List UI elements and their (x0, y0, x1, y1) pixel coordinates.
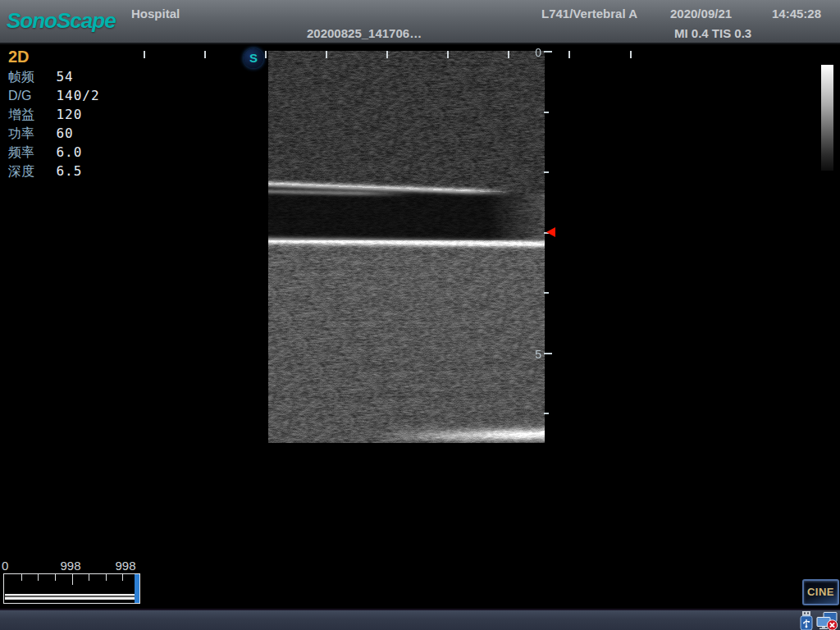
cine-current-frame: 998 (54, 559, 87, 573)
cine-tick (72, 574, 73, 585)
param-value: 54 (56, 69, 73, 84)
param-label: 深度 (8, 163, 52, 180)
param-value: 6.0 (56, 144, 82, 160)
top-ruler-tick (326, 51, 327, 58)
sonoscape-logo: SonoScape (7, 8, 116, 34)
cine-handle[interactable] (135, 574, 139, 603)
depth-label-5: 5 (528, 348, 541, 361)
param-label: 增益 (8, 107, 52, 124)
cine-tick (122, 574, 123, 581)
param-row-frequency: 频率 6.0 (8, 144, 82, 163)
param-label: 频率 (8, 144, 52, 162)
depth-ruler-tick (544, 171, 549, 173)
param-label: D/G (8, 89, 52, 103)
hospital-name: Hospital (131, 7, 180, 21)
usb-icon[interactable] (799, 611, 814, 630)
cine-total-frames: 998 (109, 559, 142, 573)
cine-tick (106, 574, 107, 581)
top-ruler-tick (386, 51, 388, 58)
mi-tis-readout: MI 0.4 TIS 0.3 (674, 26, 751, 40)
param-value: 120 (56, 107, 82, 122)
param-row-gain: 增益 120 (8, 107, 82, 126)
grayscale-bar (821, 65, 833, 171)
top-ruler-tick (144, 51, 145, 58)
taskbar (0, 609, 840, 630)
param-value: 140/2 (56, 88, 99, 103)
cine-track[interactable] (5, 594, 139, 600)
param-row-power: 功率 60 (8, 126, 74, 144)
focus-marker-icon[interactable] (546, 227, 555, 237)
top-ruler-tick (568, 51, 570, 58)
param-value: 60 (56, 126, 73, 141)
param-row-depth: 深度 6.5 (8, 163, 82, 182)
cine-scrollbar[interactable] (3, 573, 140, 604)
top-ruler-tick (508, 51, 509, 58)
depth-ruler-tick (544, 413, 549, 414)
param-row-framerate: 帧频 54 (8, 69, 74, 88)
cine-tick (89, 574, 89, 581)
depth-ruler-tick (544, 292, 549, 294)
ultrasound-image (268, 51, 545, 443)
ultrasound-screen: SonoScape Hospital 20200825_141706… L741… (0, 0, 840, 630)
depth-label-0: 0 (528, 46, 541, 59)
top-ruler-tick (265, 51, 267, 58)
param-row-dg: D/G 140/2 (8, 88, 100, 107)
param-value: 6.5 (56, 163, 82, 179)
top-ruler-tick (204, 51, 206, 58)
cine-tick (55, 574, 56, 581)
depth-ruler-tick (544, 51, 552, 52)
study-id: 20200825_141706… (307, 26, 422, 40)
cine-start-frame: 0 (2, 559, 8, 573)
network-disconnected-icon[interactable] (815, 612, 838, 630)
top-ruler-tick (447, 51, 449, 58)
probe-orientation-icon: S (244, 48, 263, 68)
cine-tick (21, 574, 22, 581)
system-date: 2020/09/21 (670, 7, 732, 21)
top-bar: SonoScape Hospital 20200825_141706… L741… (0, 0, 840, 44)
system-time: 14:45:28 (772, 7, 821, 21)
probe-preset: L741/Vertebral A (541, 7, 637, 21)
depth-ruler-tick (544, 112, 549, 113)
cine-button[interactable]: CINE (802, 579, 839, 605)
cine-tick (38, 574, 39, 581)
param-label: 帧频 (8, 69, 52, 86)
depth-ruler-tick (544, 353, 552, 354)
top-ruler-tick (630, 51, 632, 58)
param-label: 功率 (8, 126, 52, 143)
mode-label: 2D (8, 48, 30, 66)
